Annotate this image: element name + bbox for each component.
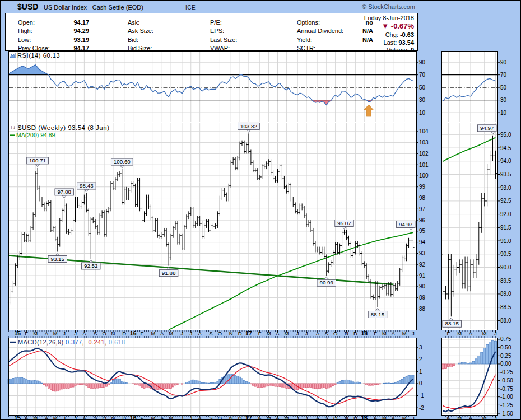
svg-text:A: A [82,330,86,337]
svg-text:89: 89 [419,295,426,301]
svg-text:N: N [111,415,115,420]
svg-text:F: F [25,415,28,420]
svg-text:S: S [94,330,97,337]
svg-text:M: M [53,330,58,337]
svg-text:F: F [25,330,28,337]
svg-text:-1.00: -1.00 [500,394,513,400]
svg-text:92.52: 92.52 [84,263,98,269]
svg-text:95.07: 95.07 [337,220,351,226]
svg-text:J: J [74,330,77,337]
svg-text:O: O [102,415,106,420]
svg-text:97.88: 97.88 [57,189,71,195]
svg-text:88.5: 88.5 [500,304,511,310]
price-chart-title: $USD (Weekly) 93.54 (8 Jun) [18,124,109,131]
svg-text:J: J [189,415,192,420]
svg-text:93.15: 93.15 [51,256,65,262]
svg-text:M: M [284,330,289,337]
svg-text:94: 94 [419,239,426,245]
svg-text:17: 17 [245,414,252,420]
svg-text:A: A [45,330,49,337]
svg-text:J: J [63,330,66,337]
svg-text:J: J [412,330,415,337]
svg-text:M: M [151,330,155,337]
svg-text:J: J [296,415,299,420]
svg-text:50: 50 [419,85,426,91]
svg-text:0.50: 0.50 [500,344,511,351]
svg-text:J: J [181,415,184,420]
svg-text:S: S [325,330,328,337]
svg-text:102: 102 [419,151,429,157]
svg-text:N: N [229,415,233,420]
svg-text:F: F [374,415,377,420]
svg-text:100: 100 [419,172,429,179]
svg-text:96: 96 [419,217,426,223]
svg-text:18: 18 [361,414,368,420]
macd-label: MACD(12,26,9) 0.377, -0.241, 0.618 [18,339,125,346]
svg-text:-2: -2 [419,405,424,411]
mini-charts: 88.1594.97907050301095.094.594.093.593.0… [441,52,513,420]
svg-text:M: M [457,415,462,420]
svg-text:10: 10 [500,110,507,116]
svg-text:J: J [305,415,308,420]
svg-text:100.60: 100.60 [114,158,131,165]
svg-text:70: 70 [500,72,507,78]
svg-text:94.97: 94.97 [480,125,494,131]
svg-text:98: 98 [419,195,426,201]
svg-text:M: M [53,415,58,420]
svg-text:J: J [296,330,299,337]
svg-text:J: J [305,330,308,337]
svg-text:A: A [469,330,473,337]
svg-text:M: M [267,330,271,337]
svg-text:D: D [122,415,126,420]
svg-text:95.0: 95.0 [500,132,511,138]
svg-text:A: A [198,415,202,420]
svg-text:90.0: 90.0 [500,264,511,270]
svg-text:30: 30 [419,97,426,103]
stockcharts-page: $USD US Dollar Index - Cash Settle (EOD)… [0,0,521,420]
svg-text:O: O [218,415,222,420]
svg-text:M: M [482,415,487,420]
svg-text:30: 30 [500,97,507,103]
svg-text:94.5: 94.5 [500,145,511,151]
svg-text:M: M [169,415,173,420]
main-charts: 100.7193.1597.8898.4392.52100.6091.88103… [7,52,429,420]
svg-text:-1.25: -1.25 [500,402,513,408]
svg-text:0.75: 0.75 [500,336,511,342]
svg-text:M: M [382,415,387,420]
svg-text:S: S [325,415,328,420]
svg-text:92.0: 92.0 [500,211,511,217]
svg-text:J: J [412,415,415,420]
svg-text:103.82: 103.82 [240,123,257,129]
svg-text:0: 0 [419,380,422,386]
svg-text:15: 15 [15,414,21,420]
svg-text:1: 1 [419,368,422,375]
svg-text:0.00: 0.00 [500,361,511,367]
rsi-label: RSI(14) 60.13 [17,52,60,59]
svg-text:99: 99 [419,184,426,190]
svg-text:-0.25: -0.25 [500,369,513,375]
svg-text:91.88: 91.88 [162,270,176,276]
svg-text:91.0: 91.0 [500,238,511,244]
svg-text:95: 95 [419,228,426,234]
svg-text:M: M [151,415,155,420]
mini-y-axis-labels: 907050301095.094.594.093.593.092.592.091… [497,59,513,417]
svg-text:-1: -1 [419,393,424,399]
svg-text:94.97: 94.97 [399,221,413,227]
svg-text:90: 90 [419,283,426,290]
chart-canvas: 100.7193.1597.8898.4392.52100.6091.88103… [1,1,521,420]
svg-text:A: A [392,415,396,420]
svg-text:M: M [33,415,38,420]
svg-text:N: N [345,330,348,337]
svg-text:3: 3 [419,344,422,351]
svg-text:88.0: 88.0 [500,318,511,324]
svg-text:90.5: 90.5 [500,251,511,257]
svg-text:A: A [160,330,164,337]
svg-text:17: 17 [245,330,252,337]
svg-text:F: F [141,415,144,420]
svg-text:16: 16 [130,414,137,420]
svg-text:A: A [160,415,164,420]
svg-text:88.15: 88.15 [445,320,459,326]
svg-text:M: M [284,415,289,420]
svg-text:A: A [45,415,49,420]
svg-text:-0.50: -0.50 [500,377,513,384]
